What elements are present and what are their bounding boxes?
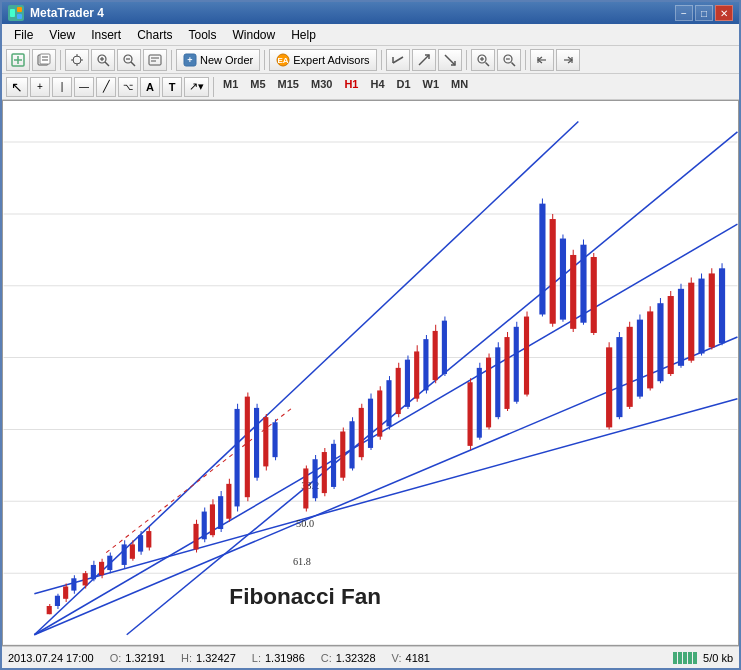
menu-insert[interactable]: Insert <box>83 26 129 44</box>
menu-charts[interactable]: Charts <box>129 26 180 44</box>
close-button[interactable]: ✕ <box>715 5 733 21</box>
pitchfork-tool[interactable]: ⌥ <box>118 77 138 97</box>
svg-rect-82 <box>138 535 143 551</box>
svg-rect-186 <box>719 268 725 343</box>
svg-rect-160 <box>580 245 586 323</box>
svg-rect-126 <box>396 368 401 414</box>
crosshair-button[interactable] <box>65 49 89 71</box>
status-open: O: 1.32191 <box>110 652 165 664</box>
templates-button[interactable] <box>32 49 56 71</box>
svg-rect-84 <box>146 531 151 547</box>
tf-m30[interactable]: M30 <box>306 77 337 97</box>
title-bar: MetaTrader 4 − □ ✕ <box>2 2 739 24</box>
arrow-tool[interactable]: ↗▾ <box>184 77 209 97</box>
draw-sep-1 <box>213 77 214 97</box>
menu-view[interactable]: View <box>41 26 83 44</box>
svg-text:+: + <box>187 55 192 65</box>
svg-rect-1 <box>17 7 22 12</box>
scroll-right-button[interactable] <box>556 49 580 71</box>
svg-rect-116 <box>349 421 354 468</box>
tf-d1[interactable]: D1 <box>392 77 416 97</box>
svg-line-21 <box>131 62 135 66</box>
svg-rect-90 <box>210 504 215 535</box>
svg-rect-154 <box>550 219 556 324</box>
zoom-in-button[interactable] <box>91 49 115 71</box>
chart-svg: 38.2 50.0 61.8 Fibonacci Fan <box>3 101 738 645</box>
tf-w1[interactable]: W1 <box>418 77 445 97</box>
status-low: L: 1.31986 <box>252 652 305 664</box>
label-tool[interactable]: T <box>162 77 182 97</box>
text-tool[interactable]: A <box>140 77 160 97</box>
zoom-in2-button[interactable] <box>471 49 495 71</box>
period-sep-icon <box>391 53 405 67</box>
svg-rect-74 <box>99 562 104 575</box>
tf-m15[interactable]: M15 <box>273 77 304 97</box>
menu-help[interactable]: Help <box>283 26 324 44</box>
chart-area[interactable]: 38.2 50.0 61.8 Fibonacci Fan <box>2 100 739 646</box>
svg-rect-128 <box>405 360 410 407</box>
fibonacci-fan-title: Fibonacci Fan <box>229 584 381 609</box>
svg-rect-98 <box>245 397 250 498</box>
tf-h1[interactable]: H1 <box>339 77 363 97</box>
expert-advisors-button[interactable]: EA Expert Advisors <box>269 49 376 71</box>
zoom-out2-icon <box>502 53 516 67</box>
svg-rect-152 <box>539 204 545 315</box>
app-icon <box>8 5 24 21</box>
new-order-label: New Order <box>200 54 253 66</box>
templates-icon <box>37 53 51 67</box>
toolbar-sep-1 <box>60 50 61 70</box>
svg-rect-88 <box>202 512 207 540</box>
svg-rect-102 <box>263 417 268 466</box>
properties-button[interactable] <box>143 49 167 71</box>
menu-window[interactable]: Window <box>225 26 284 44</box>
tf-m1[interactable]: M1 <box>218 77 243 97</box>
scroll-left-button[interactable] <box>530 49 554 71</box>
zoom-out-icon <box>122 53 136 67</box>
main-toolbar: + New Order EA Expert Advisors <box>2 46 739 74</box>
crosshair-tool[interactable]: + <box>30 77 50 97</box>
svg-rect-106 <box>303 468 308 508</box>
new-chart-button[interactable] <box>6 49 30 71</box>
svg-line-31 <box>419 55 429 65</box>
tf-h4[interactable]: H4 <box>365 77 389 97</box>
trend-line-tool[interactable]: ╱ <box>96 77 116 97</box>
svg-rect-178 <box>678 289 684 366</box>
bar-4 <box>688 652 692 664</box>
new-chart-icon <box>11 53 25 67</box>
zoom-in-icon <box>96 53 110 67</box>
chart-up-button[interactable] <box>412 49 436 71</box>
bar-1 <box>673 652 677 664</box>
svg-rect-76 <box>107 556 112 570</box>
vertical-line-tool[interactable]: | <box>52 77 72 97</box>
minimize-button[interactable]: − <box>675 5 693 21</box>
select-tool[interactable]: ↖ <box>6 77 28 97</box>
bar-3 <box>683 652 687 664</box>
zoom-out-button[interactable] <box>117 49 141 71</box>
svg-rect-62 <box>47 606 52 614</box>
chart-down-button[interactable] <box>438 49 462 71</box>
svg-rect-124 <box>386 380 391 426</box>
scroll-left-icon <box>535 53 549 67</box>
menu-tools[interactable]: Tools <box>181 26 225 44</box>
svg-rect-146 <box>504 337 509 409</box>
tf-m5[interactable]: M5 <box>245 77 270 97</box>
menu-file[interactable]: File <box>6 26 41 44</box>
svg-rect-156 <box>560 239 566 320</box>
period-sep-button[interactable] <box>386 49 410 71</box>
svg-rect-96 <box>235 409 240 507</box>
maximize-button[interactable]: □ <box>695 5 713 21</box>
tf-mn[interactable]: MN <box>446 77 473 97</box>
zoom-out2-button[interactable] <box>497 49 521 71</box>
status-progress: 5/0 kb <box>673 652 733 664</box>
svg-rect-142 <box>486 358 491 428</box>
svg-rect-140 <box>477 368 482 438</box>
svg-rect-148 <box>514 327 519 402</box>
svg-rect-150 <box>524 317 529 395</box>
svg-rect-92 <box>218 496 223 529</box>
new-order-button[interactable]: + New Order <box>176 49 260 71</box>
status-datetime: 2013.07.24 17:00 <box>8 652 94 664</box>
horizontal-line-tool[interactable]: — <box>74 77 94 97</box>
svg-rect-68 <box>71 578 76 590</box>
svg-rect-94 <box>226 484 231 519</box>
menu-bar: File View Insert Charts Tools Window Hel… <box>2 24 739 46</box>
